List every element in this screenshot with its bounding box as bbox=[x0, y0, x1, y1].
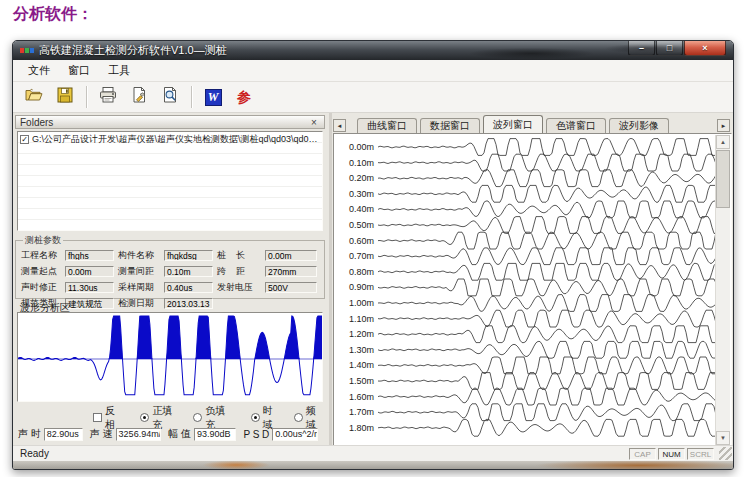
param-label-component-name: 构件名称 bbox=[118, 249, 160, 262]
tab-wave-image[interactable]: 波列影像 bbox=[609, 118, 669, 133]
checkbox-icon[interactable] bbox=[93, 413, 102, 422]
param-field-component-name[interactable]: fhgkdsg bbox=[164, 250, 213, 261]
tab-curve[interactable]: 曲线窗口 bbox=[357, 118, 417, 133]
readout-field-sonic-velocity[interactable]: 3256.94m/s bbox=[116, 428, 162, 441]
toolbar-print-preview-button[interactable] bbox=[157, 84, 183, 110]
menu-item-window[interactable]: 窗口 bbox=[59, 60, 99, 81]
folders-list[interactable]: ✓G:\公司产品设计开发\超声仪器\超声仪实地检测数据\测桩qd\qd03\qd… bbox=[17, 131, 323, 231]
depth-label: 1.70m bbox=[338, 407, 374, 417]
toolbar-page-setup-button[interactable] bbox=[126, 84, 152, 110]
toolbar-save-button[interactable] bbox=[52, 84, 78, 110]
tab-scroll-left-icon[interactable]: ◄ bbox=[333, 119, 346, 132]
param-field-time-correction[interactable]: 11.30us bbox=[65, 282, 114, 293]
wave-trace bbox=[378, 263, 716, 280]
tab-data[interactable]: 数据窗口 bbox=[420, 118, 480, 133]
wave-train-traces bbox=[378, 134, 718, 446]
folders-close-icon[interactable]: × bbox=[308, 117, 320, 128]
wave-trace bbox=[378, 279, 716, 296]
analysis-waveform bbox=[18, 313, 322, 401]
depth-label: 0.90m bbox=[338, 282, 374, 292]
readout-label-sonic-time: 声 时 bbox=[18, 427, 41, 441]
resize-grip[interactable] bbox=[719, 447, 732, 460]
waveform-analysis-box[interactable] bbox=[17, 312, 323, 402]
depth-label: 0.20m bbox=[338, 173, 374, 183]
menu-bar: 文件窗口工具 bbox=[13, 60, 733, 82]
wave-trace bbox=[378, 326, 716, 343]
depth-label: 1.60m bbox=[338, 392, 374, 402]
param-field-code-type[interactable]: 建筑规范 bbox=[65, 298, 114, 309]
status-text: Ready bbox=[20, 448, 49, 459]
maximize-button[interactable]: □ bbox=[656, 41, 683, 56]
param-field-project-name[interactable]: fhghs bbox=[65, 250, 114, 261]
wave-train-panel[interactable]: ▲ ▼ 0.00m0.10m0.20m0.30m0.40m0.50m0.60m0… bbox=[333, 133, 732, 447]
readouts-row: 声 时82.90us声 速3256.94m/s幅 值93.90dBP S D0.… bbox=[18, 427, 325, 441]
param-label-sample-period: 采样周期 bbox=[118, 281, 160, 294]
param-label-project-name: 工程名称 bbox=[21, 249, 61, 262]
window-titlebar[interactable]: 高铁建混凝土检测分析软件V1.0—测桩 – □ × bbox=[13, 41, 733, 60]
app-window: 高铁建混凝土检测分析软件V1.0—测桩 – □ × 文件窗口工具 W参 Fold… bbox=[12, 40, 734, 470]
close-button[interactable]: × bbox=[684, 41, 726, 56]
app-icon bbox=[20, 48, 34, 53]
param-field-pile-length[interactable]: 0.00m bbox=[265, 250, 317, 261]
scrollbar-thumb[interactable] bbox=[716, 150, 730, 208]
param-label-measure-spacing: 测量间距 bbox=[118, 265, 160, 278]
readout-field-sonic-time[interactable]: 82.90us bbox=[44, 428, 83, 441]
wave-trace bbox=[378, 201, 716, 218]
scroll-down-icon[interactable]: ▼ bbox=[716, 431, 730, 445]
depth-label: 0.10m bbox=[338, 158, 374, 168]
menu-item-file[interactable]: 文件 bbox=[19, 60, 59, 81]
depth-label: 0.60m bbox=[338, 236, 374, 246]
depth-label: 1.40m bbox=[338, 360, 374, 370]
scroll-up-icon[interactable]: ▲ bbox=[716, 135, 730, 149]
wave-trace bbox=[378, 154, 716, 171]
word-icon: W bbox=[205, 89, 222, 106]
readout-label-psd: P S D bbox=[243, 429, 269, 440]
checkbox-icon[interactable]: ✓ bbox=[20, 135, 29, 144]
folder-tree-item[interactable]: ✓G:\公司产品设计开发\超声仪器\超声仪实地检测数据\测桩qd\qd03\qd… bbox=[18, 132, 322, 147]
toolbar-word-export-button[interactable]: W bbox=[200, 84, 226, 110]
toolbar-separator-1 bbox=[86, 86, 87, 108]
readout-field-psd[interactable]: 0.00us^2/m bbox=[272, 428, 318, 441]
vertical-scrollbar[interactable]: ▲ ▼ bbox=[715, 135, 730, 445]
status-indicators: CAPNUMSCRL bbox=[629, 448, 714, 460]
param-field-emit-voltage[interactable]: 500V bbox=[265, 282, 317, 293]
depth-label: 0.30m bbox=[338, 189, 374, 199]
param-field-measure-spacing[interactable]: 0.10m bbox=[164, 266, 213, 277]
status-num: NUM bbox=[658, 448, 685, 460]
wave-trace bbox=[378, 357, 716, 374]
tab-wave-train[interactable]: 波列窗口 bbox=[483, 115, 543, 133]
tab-strip: ◄曲线窗口数据窗口波列窗口色谱窗口波列影像► bbox=[333, 115, 732, 133]
wave-trace bbox=[378, 232, 716, 249]
param-label-test-date: 检测日期 bbox=[118, 297, 160, 310]
toolbar-parameters-button[interactable]: 参 bbox=[231, 84, 257, 110]
readout-field-amplitude[interactable]: 93.90dB bbox=[194, 428, 236, 441]
param-field-measure-start[interactable]: 0.00m bbox=[65, 266, 114, 277]
status-scrl: SCRL bbox=[687, 448, 714, 460]
wave-trace bbox=[378, 341, 716, 358]
toolbar-open-button[interactable] bbox=[21, 84, 47, 110]
client-area: Folders × ✓G:\公司产品设计开发\超声仪器\超声仪实地检测数据\测桩… bbox=[13, 113, 733, 447]
param-field-sample-period[interactable]: 0.40us bbox=[164, 282, 213, 293]
wave-trace bbox=[378, 373, 716, 390]
folders-panel-header[interactable]: Folders × bbox=[15, 115, 325, 129]
readout-label-sonic-velocity: 声 速 bbox=[90, 427, 113, 441]
tab-spectrum[interactable]: 色谱窗口 bbox=[546, 118, 606, 133]
param-field-test-date[interactable]: 2013.03.13 bbox=[164, 298, 213, 309]
print-preview-icon bbox=[160, 85, 180, 109]
param-field-span-distance[interactable]: 270mm bbox=[265, 266, 317, 277]
toolbar-separator-2 bbox=[191, 86, 192, 108]
wave-trace bbox=[378, 310, 716, 327]
tab-scroll-right-icon[interactable]: ► bbox=[717, 119, 730, 132]
minimize-button[interactable]: – bbox=[628, 41, 655, 56]
depth-label: 1.30m bbox=[338, 345, 374, 355]
param-label-emit-voltage: 发射电压 bbox=[217, 281, 261, 294]
param-label-pile-length: 桩 长 bbox=[217, 249, 261, 262]
radio-icon bbox=[294, 413, 303, 422]
toolbar: W参 bbox=[13, 82, 733, 113]
toolbar-print-button[interactable] bbox=[95, 84, 121, 110]
save-icon bbox=[55, 85, 75, 109]
right-pane: ◄曲线窗口数据窗口波列窗口色谱窗口波列影像► ▲ ▼ 0.00m0.10m0.2… bbox=[332, 113, 732, 447]
menu-item-tools[interactable]: 工具 bbox=[99, 60, 139, 81]
radio-icon bbox=[140, 413, 149, 422]
param-label-time-correction: 声时修正 bbox=[21, 281, 61, 294]
